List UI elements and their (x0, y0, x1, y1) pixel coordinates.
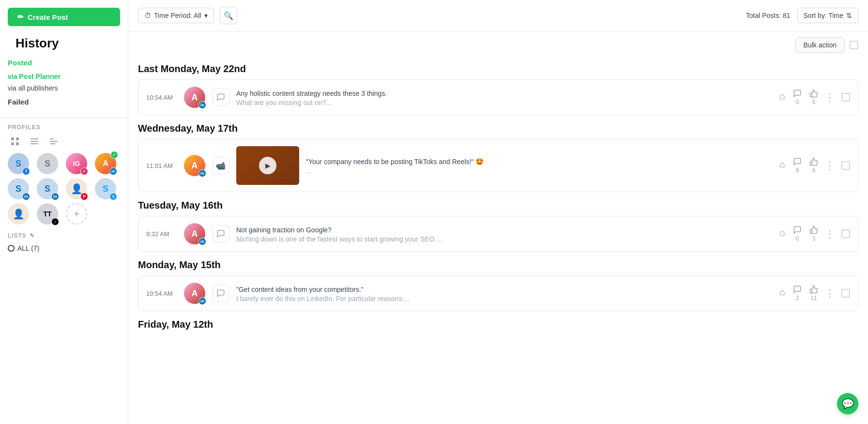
sidebar-failed-label[interactable]: Failed (8, 98, 120, 106)
instagram-badge: ✓ (80, 167, 88, 175)
date-heading-may17: Wednesday, May 17th (138, 123, 858, 134)
svg-rect-0 (11, 137, 14, 140)
post-more-button-4[interactable]: ⋮ (825, 288, 835, 299)
chevron-down-icon: ▾ (204, 12, 208, 19)
play-button[interactable]: ▶ (259, 157, 276, 174)
post-type-chat-icon (212, 89, 229, 106)
svg-rect-4 (30, 138, 38, 139)
svg-rect-2 (11, 142, 14, 145)
bulk-action-row: Bulk action (138, 31, 858, 56)
create-post-button[interactable]: ✏ Create Post (8, 8, 120, 26)
post-more-button[interactable]: ⋮ (825, 91, 835, 103)
profile-avatar-7[interactable]: 👤 P (66, 178, 87, 199)
pen-icon: ✏ (17, 13, 24, 21)
svg-rect-8 (50, 141, 58, 142)
time-period-button[interactable]: ⏱ Time Period: All ▾ (138, 8, 214, 23)
profile-view-buttons (0, 136, 128, 147)
profile-avatar-8[interactable]: S t (95, 178, 116, 199)
post-stats-4: 2 11 (793, 285, 818, 302)
bulk-select-checkbox[interactable] (850, 41, 858, 49)
chat-support-button[interactable]: 💬 (837, 393, 858, 414)
post-checkbox-4[interactable] (841, 289, 850, 298)
comments-count-3: 0 (796, 235, 799, 242)
compact-view-button[interactable] (46, 136, 61, 147)
sidebar-item-via-post-planner[interactable]: via Post Planner (8, 71, 120, 82)
comments-stat-4: 2 (793, 285, 802, 302)
likes-stat-2: 6 (809, 157, 818, 174)
post-linkedin-badge-2: in (198, 169, 206, 177)
profile-avatar-6[interactable]: S in (37, 178, 58, 199)
linkedin-badge-6: in (51, 193, 59, 200)
sidebar-divider (0, 118, 128, 118)
profile-avatar-3[interactable]: IG ✓ (66, 153, 87, 174)
list-item-all[interactable]: ALL (7) (8, 243, 120, 254)
profile-avatar-9[interactable]: 👤 (8, 203, 29, 225)
post-checkbox-3[interactable] (841, 229, 850, 238)
date-heading-may12: Friday, May 12th (138, 319, 858, 330)
post-avatar-wrap-2: A in (184, 155, 205, 176)
sort-by-button[interactable]: Sort by: Time ⇅ (797, 8, 858, 23)
comments-stat: 0 (793, 89, 802, 106)
sort-label: Sort by: Time (804, 12, 843, 19)
post-content-4: "Get content ideas from your competitors… (236, 285, 772, 303)
post-time: 11:01 AM (146, 162, 177, 169)
search-icon: 🔍 (224, 11, 233, 20)
date-heading-may15: Monday, May 15th (138, 259, 858, 271)
likes-stat-3: 3 (809, 226, 818, 242)
post-card: 10:54 AM A in Any holistic content strat… (138, 79, 858, 115)
profile-avatar-1[interactable]: S f (8, 153, 29, 174)
post-avatar-wrap-4: A in (184, 283, 205, 304)
comments-count: 0 (796, 99, 799, 106)
post-text-line1-3: Not gaining traction on Google? (236, 225, 772, 235)
profile-avatar-5[interactable]: S in (8, 178, 29, 199)
svg-rect-1 (16, 137, 19, 140)
list-circle-icon (8, 245, 15, 252)
sidebar-title: History (8, 36, 120, 51)
list-all-label: ALL (7) (17, 244, 39, 252)
post-content-2: "Your company needs to be posting TikTok… (306, 157, 772, 175)
recycle-icon[interactable]: ♻ (778, 92, 786, 103)
bulk-action-button[interactable]: Bulk action (795, 37, 845, 53)
post-stats: 0 6 (793, 89, 818, 106)
post-video-thumbnail[interactable]: ▶ (236, 146, 299, 185)
profile-avatar-10[interactable]: TT ♪ (37, 203, 58, 225)
post-more-button-3[interactable]: ⋮ (825, 228, 835, 240)
add-profile-button[interactable]: + (66, 203, 87, 225)
comments-stat-3: 0 (793, 226, 802, 242)
svg-rect-5 (30, 141, 38, 142)
pinterest-badge: P (80, 193, 88, 200)
svg-rect-6 (30, 143, 38, 144)
posted-label[interactable]: Posted (8, 59, 120, 67)
post-content: Any holistic content strategy needs thes… (236, 89, 772, 106)
lists-edit-icon[interactable]: ✎ (30, 232, 35, 239)
post-checkbox[interactable] (841, 93, 850, 102)
recycle-icon-4[interactable]: ♻ (778, 288, 786, 299)
recycle-icon-2[interactable]: ♻ (778, 160, 786, 171)
post-avatar-wrap-3: A in (184, 223, 205, 244)
post-time-4: 10:54 AM (146, 290, 177, 297)
twitter-badge: t (109, 193, 117, 200)
date-heading-may16: Tuesday, May 16th (138, 200, 858, 211)
grid-view-button[interactable] (8, 136, 22, 147)
chat-support-icon: 💬 (842, 398, 854, 409)
date-heading-may22: Last Monday, May 22nd (138, 63, 858, 75)
profile-avatar-4[interactable]: A ✓ in (95, 153, 116, 174)
post-text-line2-4: I barely ever do this on LinkedIn. For p… (236, 295, 772, 303)
likes-count-4: 11 (810, 295, 817, 302)
profile-avatar-2[interactable]: S (37, 153, 58, 174)
likes-stat-4: 11 (809, 285, 818, 302)
post-card-3: 9:32 AM A in Not gaining traction on Goo… (138, 216, 858, 252)
profiles-label: PROFILES (0, 124, 128, 131)
search-button[interactable]: 🔍 (220, 7, 237, 24)
list-view-button[interactable] (27, 136, 42, 147)
post-checkbox-2[interactable] (841, 161, 850, 170)
recycle-icon-3[interactable]: ♻ (778, 228, 786, 239)
post-text-line2: What are you missing out on?... (236, 99, 772, 106)
post-text-line2-3: Niching down is one of the fastest ways … (236, 235, 772, 243)
svg-rect-9 (50, 143, 56, 144)
post-more-button-2[interactable]: ⋮ (825, 160, 835, 171)
total-posts-label: Total Posts: 81 (746, 12, 791, 19)
linkedin-badge-4: in (109, 167, 117, 175)
sidebar-item-via-all-publishers[interactable]: via all publishers (8, 82, 120, 94)
posts-area: Bulk action Last Monday, May 22nd 10:54 … (128, 31, 868, 424)
